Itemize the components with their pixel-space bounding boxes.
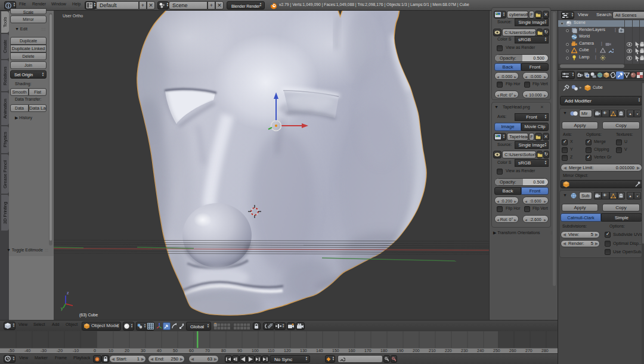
svg-text:y: y (61, 306, 63, 311)
svg-text:z: z (67, 291, 69, 295)
